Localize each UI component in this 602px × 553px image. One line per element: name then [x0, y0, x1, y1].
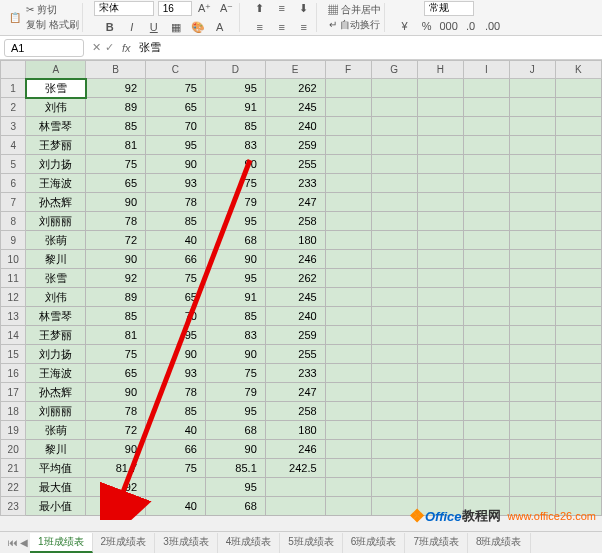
- cell-K16[interactable]: [555, 364, 601, 383]
- row-header-12[interactable]: 12: [1, 288, 26, 307]
- cell-F22[interactable]: [325, 478, 371, 497]
- cell-K8[interactable]: [555, 212, 601, 231]
- cell-E20[interactable]: 246: [265, 440, 325, 459]
- cell-C15[interactable]: 90: [146, 345, 206, 364]
- copy-button[interactable]: 复制 格式刷: [26, 18, 79, 32]
- cell-E15[interactable]: 255: [265, 345, 325, 364]
- cell-D16[interactable]: 75: [205, 364, 265, 383]
- cell-C1[interactable]: 75: [146, 79, 206, 98]
- sheet-tab-8[interactable]: 8班成绩表: [468, 533, 531, 553]
- col-header-K[interactable]: K: [555, 61, 601, 79]
- cell-E7[interactable]: 247: [265, 193, 325, 212]
- cell-B1[interactable]: 92: [86, 79, 146, 98]
- cell-K6[interactable]: [555, 174, 601, 193]
- cell-F10[interactable]: [325, 250, 371, 269]
- sheet-tab-2[interactable]: 2班成绩表: [93, 533, 156, 553]
- cell-C21[interactable]: 75: [146, 459, 206, 478]
- cell-A7[interactable]: 孙杰辉: [26, 193, 86, 212]
- cell-C23[interactable]: 40: [146, 497, 206, 516]
- cell-B8[interactable]: 78: [86, 212, 146, 231]
- cell-A9[interactable]: 张萌: [26, 231, 86, 250]
- cell-H9[interactable]: [417, 231, 463, 250]
- cell-C9[interactable]: 40: [146, 231, 206, 250]
- cell-B2[interactable]: 89: [86, 98, 146, 117]
- cell-B10[interactable]: 90: [86, 250, 146, 269]
- cell-E5[interactable]: 255: [265, 155, 325, 174]
- cell-B22[interactable]: 92: [86, 478, 146, 497]
- cell-A12[interactable]: 刘伟: [26, 288, 86, 307]
- cell-G17[interactable]: [371, 383, 417, 402]
- paste-icon[interactable]: 📋: [8, 11, 22, 25]
- row-header-22[interactable]: 22: [1, 478, 26, 497]
- row-header-21[interactable]: 21: [1, 459, 26, 478]
- cell-G3[interactable]: [371, 117, 417, 136]
- cell-C10[interactable]: 66: [146, 250, 206, 269]
- cell-C5[interactable]: 90: [146, 155, 206, 174]
- cell-B12[interactable]: 89: [86, 288, 146, 307]
- row-header-4[interactable]: 4: [1, 136, 26, 155]
- cell-E16[interactable]: 233: [265, 364, 325, 383]
- col-header-J[interactable]: J: [509, 61, 555, 79]
- cell-C7[interactable]: 78: [146, 193, 206, 212]
- cell-H15[interactable]: [417, 345, 463, 364]
- underline-button[interactable]: U: [145, 18, 163, 36]
- cell-C13[interactable]: 70: [146, 307, 206, 326]
- col-header-A[interactable]: A: [26, 61, 86, 79]
- cell-I11[interactable]: [463, 269, 509, 288]
- cell-I1[interactable]: [463, 79, 509, 98]
- cell-F19[interactable]: [325, 421, 371, 440]
- format-painter-button[interactable]: 格式刷: [49, 19, 79, 30]
- cell-G1[interactable]: [371, 79, 417, 98]
- tab-nav-prev-icon[interactable]: ◀: [20, 537, 28, 548]
- cell-H17[interactable]: [417, 383, 463, 402]
- sheet-tab-3[interactable]: 3班成绩表: [155, 533, 218, 553]
- cell-H19[interactable]: [417, 421, 463, 440]
- cell-F20[interactable]: [325, 440, 371, 459]
- cell-K10[interactable]: [555, 250, 601, 269]
- cell-H8[interactable]: [417, 212, 463, 231]
- row-header-5[interactable]: 5: [1, 155, 26, 174]
- col-header-E[interactable]: E: [265, 61, 325, 79]
- sheet-tab-5[interactable]: 5班成绩表: [280, 533, 343, 553]
- row-header-18[interactable]: 18: [1, 402, 26, 421]
- cell-B4[interactable]: 81: [86, 136, 146, 155]
- cell-J12[interactable]: [509, 288, 555, 307]
- cell-E13[interactable]: 240: [265, 307, 325, 326]
- cell-J18[interactable]: [509, 402, 555, 421]
- cell-F23[interactable]: [325, 497, 371, 516]
- cell-K11[interactable]: [555, 269, 601, 288]
- percent-icon[interactable]: %: [418, 17, 436, 35]
- cell-G21[interactable]: [371, 459, 417, 478]
- cell-A6[interactable]: 王海波: [26, 174, 86, 193]
- cell-K13[interactable]: [555, 307, 601, 326]
- cell-F6[interactable]: [325, 174, 371, 193]
- cell-J15[interactable]: [509, 345, 555, 364]
- cell-D12[interactable]: 91: [205, 288, 265, 307]
- cell-A14[interactable]: 王梦丽: [26, 326, 86, 345]
- cell-D11[interactable]: 95: [205, 269, 265, 288]
- cell-I17[interactable]: [463, 383, 509, 402]
- cell-E8[interactable]: 258: [265, 212, 325, 231]
- decrease-font-button[interactable]: A⁻: [218, 0, 236, 17]
- row-header-16[interactable]: 16: [1, 364, 26, 383]
- cell-I6[interactable]: [463, 174, 509, 193]
- cell-G13[interactable]: [371, 307, 417, 326]
- cell-I22[interactable]: [463, 478, 509, 497]
- cell-K4[interactable]: [555, 136, 601, 155]
- cell-I21[interactable]: [463, 459, 509, 478]
- cell-I7[interactable]: [463, 193, 509, 212]
- cell-G19[interactable]: [371, 421, 417, 440]
- cell-C20[interactable]: 66: [146, 440, 206, 459]
- cell-C4[interactable]: 95: [146, 136, 206, 155]
- sheet-tab-7[interactable]: 7班成绩表: [405, 533, 468, 553]
- cell-J4[interactable]: [509, 136, 555, 155]
- cell-F18[interactable]: [325, 402, 371, 421]
- cell-E23[interactable]: [265, 497, 325, 516]
- cell-A21[interactable]: 平均值: [26, 459, 86, 478]
- cell-H10[interactable]: [417, 250, 463, 269]
- cell-H21[interactable]: [417, 459, 463, 478]
- cell-F8[interactable]: [325, 212, 371, 231]
- cell-K17[interactable]: [555, 383, 601, 402]
- cell-G20[interactable]: [371, 440, 417, 459]
- cell-D1[interactable]: 95: [205, 79, 265, 98]
